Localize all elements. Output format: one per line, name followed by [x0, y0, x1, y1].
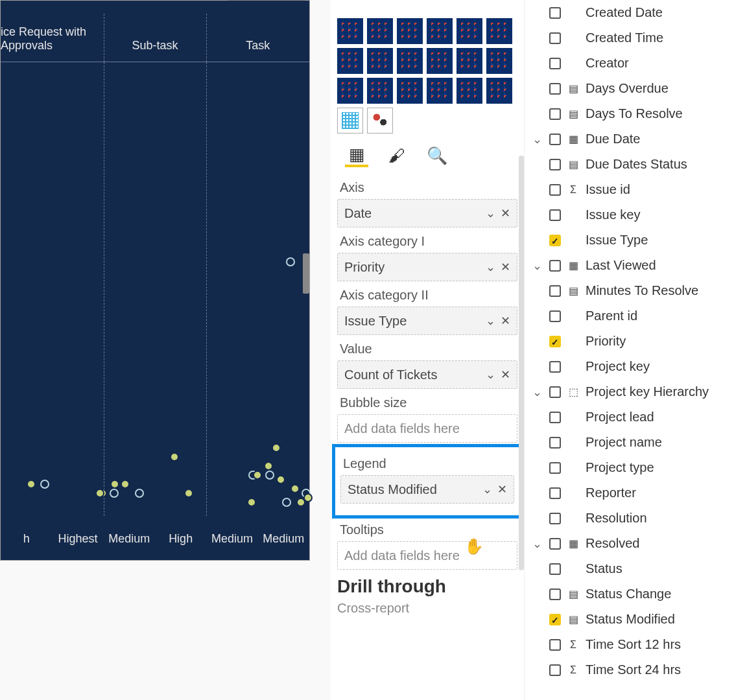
- chart-data-point[interactable]: [265, 471, 274, 480]
- field-row[interactable]: ⌄⬚Project key Hierarchy: [525, 379, 747, 404]
- visual-type-thumb[interactable]: [486, 18, 512, 44]
- chart-data-point[interactable]: [296, 498, 305, 507]
- field-checkbox[interactable]: [549, 513, 561, 524]
- chart-data-point[interactable]: [253, 471, 262, 480]
- field-row[interactable]: Project lead: [525, 404, 747, 430]
- chart-data-point[interactable]: [95, 489, 104, 498]
- expand-chevron-icon[interactable]: ⌄: [530, 385, 544, 399]
- field-well[interactable]: Count of Tickets⌄✕: [337, 360, 517, 389]
- expand-chevron-icon[interactable]: ⌄: [530, 259, 544, 273]
- chart-data-point[interactable]: [27, 480, 36, 489]
- field-checkbox[interactable]: [549, 563, 561, 575]
- field-row[interactable]: ⌄▦Last Viewed: [525, 253, 747, 278]
- visual-type-thumb[interactable]: [337, 18, 363, 44]
- remove-field-icon[interactable]: ✕: [497, 482, 507, 496]
- chevron-down-icon[interactable]: ⌄: [482, 482, 492, 496]
- field-well[interactable]: Status Modified⌄✕: [340, 475, 514, 504]
- field-row[interactable]: Issue key: [525, 202, 747, 228]
- field-checkbox[interactable]: [549, 386, 561, 398]
- field-row[interactable]: ΣTime Sort 24 hrs: [525, 657, 747, 682]
- remove-field-icon[interactable]: ✕: [501, 368, 510, 382]
- chart-data-point[interactable]: [276, 475, 285, 484]
- field-row[interactable]: Created Date: [525, 0, 747, 25]
- field-checkbox[interactable]: [549, 235, 561, 246]
- remove-field-icon[interactable]: ✕: [501, 314, 510, 328]
- field-checkbox[interactable]: [549, 83, 561, 95]
- field-checkbox[interactable]: [549, 361, 561, 373]
- field-checkbox[interactable]: [549, 32, 561, 44]
- visual-type-thumb[interactable]: [367, 18, 393, 44]
- chart-data-point[interactable]: [135, 489, 144, 498]
- expand-chevron-icon[interactable]: ⌄: [530, 537, 544, 551]
- field-row[interactable]: Priority: [525, 329, 747, 354]
- visual-type-thumb[interactable]: [367, 108, 393, 134]
- chart-data-point[interactable]: [247, 498, 256, 507]
- field-well[interactable]: Issue Type⌄✕: [337, 307, 517, 335]
- field-checkbox[interactable]: [549, 336, 561, 347]
- chart-data-point[interactable]: [110, 489, 119, 498]
- field-well[interactable]: Add data fields here: [337, 414, 517, 443]
- visual-type-thumb[interactable]: [456, 18, 482, 44]
- field-row[interactable]: Reporter: [525, 480, 747, 506]
- chart-data-point[interactable]: [290, 484, 300, 493]
- field-checkbox[interactable]: [549, 7, 561, 19]
- field-checkbox[interactable]: [549, 487, 561, 499]
- visual-type-thumb[interactable]: [486, 78, 512, 104]
- chevron-down-icon[interactable]: ⌄: [486, 314, 495, 328]
- field-row[interactable]: ▤Days Overdue: [525, 76, 747, 101]
- field-row[interactable]: Resolution: [525, 506, 747, 531]
- field-well[interactable]: Date⌄✕: [337, 199, 517, 228]
- visual-type-thumb[interactable]: [397, 48, 423, 74]
- expand-chevron-icon[interactable]: ⌄: [530, 132, 544, 146]
- chart-data-point[interactable]: [286, 257, 295, 266]
- field-row[interactable]: ▤Minutes To Resolve: [525, 278, 747, 303]
- field-checkbox[interactable]: [549, 639, 561, 651]
- chart-data-point[interactable]: [40, 480, 49, 489]
- chart-data-point[interactable]: [121, 480, 130, 489]
- report-canvas[interactable]: ⋯ ▢ ice Request with ApprovalsSub-taskTa…: [0, 0, 331, 700]
- field-checkbox[interactable]: [549, 159, 561, 170]
- chevron-down-icon[interactable]: ⌄: [486, 206, 495, 220]
- field-row[interactable]: Project key: [525, 354, 747, 379]
- field-row[interactable]: Creator: [525, 51, 747, 76]
- visual-type-thumb[interactable]: [337, 78, 363, 104]
- field-row[interactable]: ⌄▦Due Date: [525, 126, 747, 152]
- field-row[interactable]: ▤Status Modified: [525, 607, 747, 632]
- field-row[interactable]: ▤Days To Resolve: [525, 101, 747, 126]
- field-checkbox[interactable]: [549, 412, 561, 423]
- field-row[interactable]: Status: [525, 556, 747, 581]
- visual-type-thumb[interactable]: [367, 48, 393, 74]
- field-checkbox[interactable]: [549, 108, 561, 120]
- format-tab-icon[interactable]: 🖌: [385, 144, 409, 167]
- analytics-tab-icon[interactable]: 🔍: [425, 144, 449, 167]
- chevron-down-icon[interactable]: ⌄: [486, 368, 495, 382]
- field-checkbox[interactable]: [549, 285, 561, 297]
- chart-visual[interactable]: ⋯ ▢ ice Request with ApprovalsSub-taskTa…: [0, 0, 310, 561]
- field-checkbox[interactable]: [549, 58, 561, 69]
- field-row[interactable]: ⌄▦Resolved: [525, 531, 747, 556]
- field-row[interactable]: Project name: [525, 430, 747, 455]
- field-row[interactable]: Issue Type: [525, 228, 747, 253]
- field-checkbox[interactable]: [549, 437, 561, 449]
- visual-type-thumb[interactable]: [456, 78, 482, 104]
- chart-data-point[interactable]: [184, 489, 193, 498]
- field-row[interactable]: ▤Status Change: [525, 581, 747, 607]
- visual-type-thumb[interactable]: [456, 48, 482, 74]
- field-checkbox[interactable]: [549, 538, 561, 550]
- chart-data-point[interactable]: [272, 443, 281, 452]
- remove-field-icon[interactable]: ✕: [501, 260, 510, 274]
- chart-data-point[interactable]: [170, 452, 179, 461]
- visual-type-thumb[interactable]: [427, 18, 453, 44]
- field-row[interactable]: Parent id: [525, 303, 747, 329]
- field-row[interactable]: ΣTime Sort 12 hrs: [525, 632, 747, 657]
- chevron-down-icon[interactable]: ⌄: [486, 260, 495, 274]
- visual-type-thumb[interactable]: [397, 78, 423, 104]
- visual-type-thumb[interactable]: [397, 18, 423, 44]
- field-checkbox[interactable]: [549, 260, 561, 272]
- field-checkbox[interactable]: [549, 614, 561, 625]
- field-row[interactable]: Project type: [525, 455, 747, 480]
- field-well[interactable]: Priority⌄✕: [337, 253, 517, 281]
- visual-type-thumb[interactable]: [427, 48, 453, 74]
- chart-data-point[interactable]: [264, 461, 273, 471]
- field-row[interactable]: ▤Due Dates Status: [525, 152, 747, 177]
